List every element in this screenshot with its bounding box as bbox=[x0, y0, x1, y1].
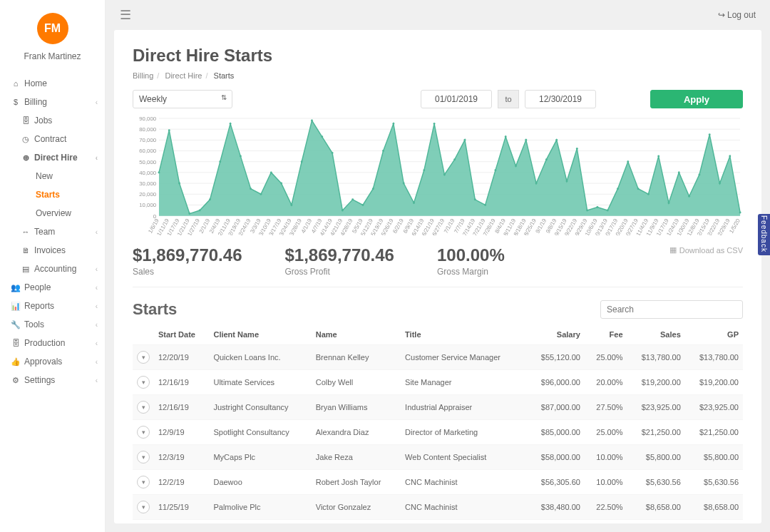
to-label: to bbox=[498, 90, 519, 108]
svg-point-27 bbox=[230, 123, 232, 125]
cell-fee: 25.00% bbox=[585, 420, 627, 445]
nav-starts[interactable]: Starts bbox=[0, 185, 105, 204]
cell-salary: $58,000.00 bbox=[527, 445, 585, 470]
cell-sales: $23,925.00 bbox=[627, 395, 685, 420]
svg-point-39 bbox=[351, 198, 354, 200]
svg-point-58 bbox=[545, 158, 548, 160]
nav-label-home: Home bbox=[24, 78, 98, 88]
th-start-date[interactable]: Start Date bbox=[154, 324, 209, 345]
nav-accounting[interactable]: ▤Accounting‹ bbox=[0, 260, 105, 278]
download-csv-link[interactable]: ▦ Download as CSV bbox=[669, 245, 743, 255]
th-title[interactable]: Title bbox=[401, 324, 527, 345]
table-title: Starts bbox=[133, 300, 177, 319]
cell-sales: $19,200.00 bbox=[627, 370, 685, 395]
svg-text:10,000: 10,000 bbox=[139, 202, 156, 208]
svg-point-29 bbox=[250, 188, 252, 190]
cell-title: Electrical Engineer bbox=[401, 520, 527, 523]
nav-production[interactable]: 🗄Production‹ bbox=[0, 334, 105, 352]
th-sales[interactable]: Sales bbox=[627, 324, 685, 345]
th-name[interactable]: Name bbox=[312, 324, 401, 345]
svg-point-38 bbox=[342, 210, 344, 212]
cell-gp: $5,630.56 bbox=[685, 470, 743, 495]
table-row: ▾11/25/19Palmolive PlcVictor GonzalezCNC… bbox=[133, 495, 743, 520]
svg-point-71 bbox=[678, 171, 680, 173]
svg-point-52 bbox=[484, 204, 486, 206]
th-fee[interactable]: Fee bbox=[585, 324, 627, 345]
menu-toggle-icon[interactable]: ☰ bbox=[120, 7, 131, 23]
th-gp[interactable]: GP bbox=[685, 324, 743, 345]
arrow-icon: ↔ bbox=[21, 227, 30, 236]
expand-row-button[interactable]: ▾ bbox=[137, 451, 150, 464]
cell-name: Jake Reza bbox=[312, 445, 401, 470]
th-salary[interactable]: Salary bbox=[527, 324, 585, 345]
cell-salary: $38,480.00 bbox=[527, 495, 585, 520]
apply-button[interactable]: Apply bbox=[650, 90, 743, 108]
nav-label-tools: Tools bbox=[24, 319, 96, 329]
nav: ⌂Home $Billing‹ 🗄Jobs ◷Contract ⊕Direct … bbox=[0, 74, 105, 389]
nav-label-reports: Reports bbox=[24, 301, 96, 311]
svg-point-41 bbox=[372, 188, 374, 190]
cell-name: Junli Zhang bbox=[312, 520, 401, 523]
search-input[interactable] bbox=[600, 300, 743, 319]
nav-reports[interactable]: 📊Reports‹ bbox=[0, 297, 105, 315]
chart-icon: 📊 bbox=[11, 302, 20, 311]
svg-point-42 bbox=[382, 150, 384, 152]
svg-point-70 bbox=[668, 202, 670, 204]
breadcrumb-item[interactable]: Direct Hire bbox=[165, 71, 202, 80]
date-from-input[interactable] bbox=[421, 90, 492, 108]
nav-jobs[interactable]: 🗄Jobs bbox=[0, 111, 105, 130]
expand-row-button[interactable]: ▾ bbox=[137, 476, 150, 488]
nav-invoices[interactable]: 🗎Invoices bbox=[0, 241, 105, 260]
cell-start-date: 12/16/19 bbox=[154, 370, 209, 395]
svg-text:60,000: 60,000 bbox=[139, 148, 156, 154]
logout-link[interactable]: ↪ Log out bbox=[718, 10, 756, 20]
nav-people[interactable]: 👥People‹ bbox=[0, 278, 105, 297]
sidebar: FM Frank Martinez ⌂Home $Billing‹ 🗄Jobs … bbox=[0, 0, 106, 532]
nav-new[interactable]: New bbox=[0, 167, 105, 185]
expand-row-button[interactable]: ▾ bbox=[137, 351, 150, 364]
briefcase-icon: 🗄 bbox=[21, 116, 30, 125]
breadcrumb: Billing/ Direct Hire/ Starts bbox=[133, 71, 743, 80]
expand-row-button[interactable]: ▾ bbox=[137, 376, 150, 389]
cell-name: Brennan Kelley bbox=[312, 345, 401, 370]
svg-point-20 bbox=[158, 171, 160, 173]
table-row: ▾12/16/19Justright ConsultancyBryan Will… bbox=[133, 395, 743, 420]
nav-contract[interactable]: ◷Contract bbox=[0, 130, 105, 148]
breadcrumb-item[interactable]: Billing bbox=[133, 71, 153, 80]
cell-client-name: Justright Consultancy bbox=[209, 395, 311, 420]
cell-gp: $13,780.00 bbox=[685, 345, 743, 370]
kpi-value: $1,869,770.46 bbox=[284, 245, 394, 265]
nav-team[interactable]: ↔Team‹ bbox=[0, 222, 105, 241]
globe-icon: ⊕ bbox=[21, 153, 30, 163]
chart: 010,00020,00030,00040,00050,00060,00070,… bbox=[133, 116, 743, 235]
expand-row-button[interactable]: ▾ bbox=[137, 426, 150, 439]
expand-row-button[interactable]: ▾ bbox=[137, 501, 150, 513]
cell-salary: $56,305.60 bbox=[527, 470, 585, 495]
svg-point-21 bbox=[168, 129, 170, 131]
avatar[interactable]: FM bbox=[37, 13, 68, 44]
kpi-label: Sales bbox=[133, 267, 242, 277]
kpi-value: $1,869,770.46 bbox=[133, 245, 242, 265]
svg-point-43 bbox=[392, 123, 394, 125]
nav-settings[interactable]: ⚙Settings‹ bbox=[0, 371, 105, 389]
svg-point-36 bbox=[321, 135, 323, 138]
cell-client-name: MyCaps Plc bbox=[209, 445, 311, 470]
nav-billing[interactable]: $Billing‹ bbox=[0, 93, 105, 111]
nav-overview[interactable]: Overview bbox=[0, 204, 105, 222]
expand-row-button[interactable]: ▾ bbox=[137, 401, 150, 414]
nav-approvals[interactable]: 👍Approvals‹ bbox=[0, 352, 105, 371]
chevron-left-icon: ‹ bbox=[96, 339, 98, 347]
toolbar: Weekly to Apply bbox=[133, 90, 743, 108]
nav-home[interactable]: ⌂Home bbox=[0, 74, 105, 93]
feedback-tab[interactable]: Feedback bbox=[758, 214, 770, 255]
date-to-input[interactable] bbox=[525, 90, 596, 108]
cell-sales: $16,000.00 bbox=[627, 520, 685, 523]
granularity-select[interactable]: Weekly bbox=[133, 90, 232, 108]
svg-point-30 bbox=[260, 193, 262, 195]
nav-direct-hire[interactable]: ⊕Direct Hire‹ bbox=[0, 148, 105, 167]
starts-table: Start Date Client Name Name Title Salary… bbox=[133, 324, 743, 523]
nav-label-jobs: Jobs bbox=[34, 116, 98, 126]
th-client-name[interactable]: Client Name bbox=[209, 324, 311, 345]
dollar-icon: $ bbox=[11, 98, 20, 106]
nav-tools[interactable]: 🔧Tools‹ bbox=[0, 315, 105, 334]
